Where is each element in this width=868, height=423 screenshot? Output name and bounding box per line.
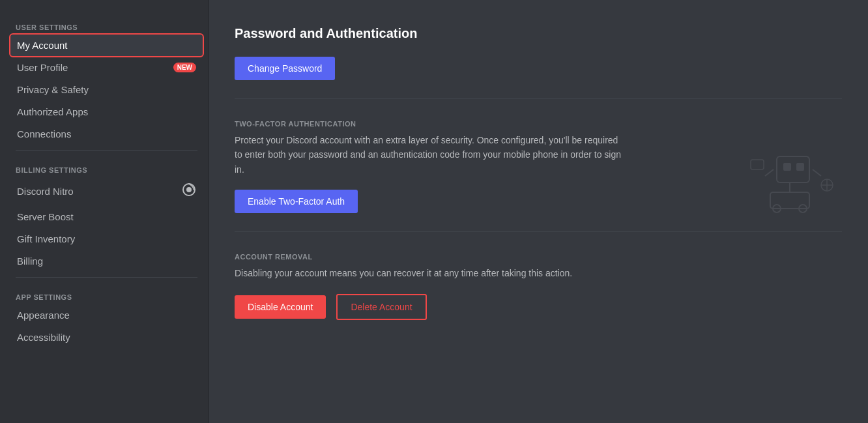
delete-account-button[interactable]: Delete Account: [336, 294, 426, 320]
enable-2fa-button[interactable]: Enable Two-Factor Auth: [235, 190, 358, 213]
accessibility-label: Accessibility: [17, 332, 70, 343]
sidebar: USER SETTINGS My Account User Profile NE…: [0, 0, 209, 423]
user-profile-label: User Profile: [17, 62, 68, 73]
svg-rect-4: [796, 163, 804, 171]
server-boost-label: Server Boost: [17, 211, 74, 222]
account-removal-buttons: Disable Account Delete Account: [235, 294, 842, 320]
appearance-label: Appearance: [17, 310, 70, 321]
sidebar-item-billing[interactable]: Billing: [10, 250, 203, 272]
sidebar-item-server-boost[interactable]: Server Boost: [10, 206, 203, 227]
sidebar-divider-1: [16, 150, 197, 151]
nitro-icon: [182, 182, 196, 200]
sidebar-item-appearance[interactable]: Appearance: [10, 304, 203, 326]
my-account-label: My Account: [17, 40, 68, 51]
account-removal-description: Disabling your account means you can rec…: [235, 266, 626, 280]
new-badge: NEW: [173, 63, 196, 72]
svg-line-9: [765, 169, 774, 176]
gift-inventory-label: Gift Inventory: [17, 233, 75, 244]
two-factor-description: Protect your Discord account with an ext…: [235, 133, 626, 177]
svg-rect-2: [777, 156, 809, 182]
sidebar-item-user-profile[interactable]: User Profile NEW: [10, 57, 203, 78]
sidebar-item-accessibility[interactable]: Accessibility: [10, 327, 203, 348]
divider-1: [235, 98, 842, 99]
billing-label: Billing: [17, 255, 43, 267]
billing-settings-label: BILLING SETTINGS: [10, 156, 203, 177]
page-title: Password and Authentication: [235, 26, 842, 41]
sidebar-divider-2: [16, 277, 197, 278]
sidebar-item-my-account[interactable]: My Account: [10, 35, 203, 56]
svg-rect-6: [770, 192, 809, 209]
sidebar-item-discord-nitro[interactable]: Discord Nitro: [10, 177, 203, 205]
discord-nitro-label: Discord Nitro: [17, 186, 74, 197]
sidebar-item-connections[interactable]: Connections: [10, 123, 203, 145]
privacy-safety-label: Privacy & Safety: [17, 84, 89, 95]
security-illustration: [738, 143, 842, 215]
svg-point-1: [186, 187, 192, 192]
svg-line-10: [813, 169, 821, 176]
sidebar-item-gift-inventory[interactable]: Gift Inventory: [10, 228, 203, 250]
authorized-apps-label: Authorized Apps: [17, 106, 88, 117]
connections-label: Connections: [17, 128, 71, 139]
svg-rect-3: [783, 163, 791, 171]
account-removal-label: ACCOUNT REMOVAL: [235, 253, 842, 261]
app-settings-label: APP SETTINGS: [10, 283, 203, 304]
svg-rect-11: [751, 160, 764, 169]
main-content: Password and Authentication Change Passw…: [209, 0, 868, 423]
two-factor-label: TWO-FACTOR AUTHENTICATION: [235, 120, 842, 128]
disable-account-button[interactable]: Disable Account: [235, 295, 326, 319]
divider-2: [235, 231, 842, 232]
sidebar-item-authorized-apps[interactable]: Authorized Apps: [10, 101, 203, 123]
user-settings-label: USER SETTINGS: [10, 13, 203, 34]
change-password-button[interactable]: Change Password: [235, 57, 335, 80]
sidebar-item-privacy-safety[interactable]: Privacy & Safety: [10, 79, 203, 100]
